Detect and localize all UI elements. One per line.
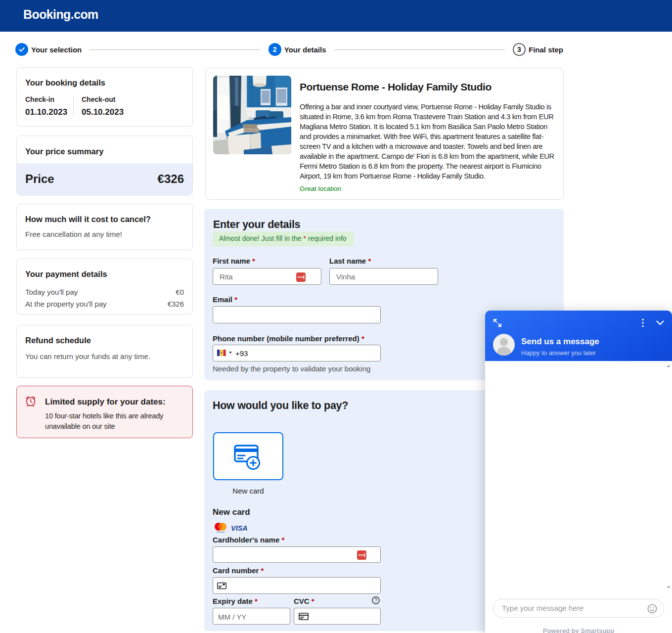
svg-text:mastercard: mastercard: [217, 531, 224, 533]
svg-text:?: ?: [374, 598, 377, 603]
svg-text:VISA: VISA: [231, 525, 248, 532]
